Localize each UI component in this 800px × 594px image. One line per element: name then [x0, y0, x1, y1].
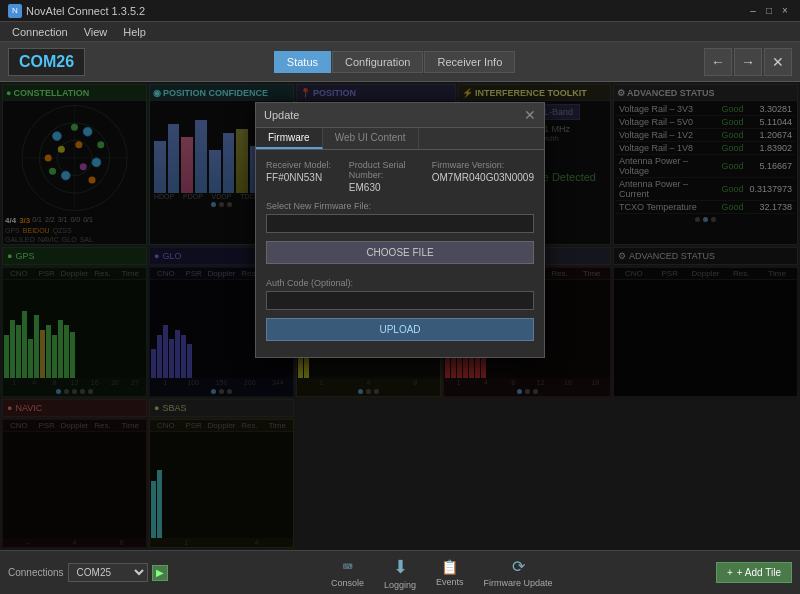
modal-title: Update	[264, 109, 299, 121]
modal-select-section: Select New Firmware File:	[266, 201, 534, 233]
toolbar: COM26 Status Configuration Receiver Info…	[0, 42, 800, 82]
title-bar-left: N NovAtel Connect 1.3.5.2	[8, 4, 145, 18]
modal-tabs: Firmware Web UI Content	[256, 128, 544, 150]
modal-tab-webui[interactable]: Web UI Content	[323, 128, 419, 149]
nav-forward-button[interactable]: →	[734, 48, 762, 76]
tab-receiver-info[interactable]: Receiver Info	[424, 51, 515, 73]
menu-help[interactable]: Help	[115, 24, 154, 40]
bottom-bar: Connections COM25 COM26 ▶ ⌨ Console ⬇ Lo…	[0, 550, 800, 594]
window-controls[interactable]: – □ ×	[746, 4, 792, 18]
modal-serial-label: Product Serial Number:	[349, 160, 424, 180]
connect-indicator[interactable]: ▶	[152, 565, 168, 581]
modal-receiver-model: Receiver Model: FF#0NN53N	[266, 160, 341, 193]
add-tile-plus-icon: +	[727, 567, 733, 578]
menu-connection[interactable]: Connection	[4, 24, 76, 40]
menu-view[interactable]: View	[76, 24, 116, 40]
modal-receiver-model-label: Receiver Model:	[266, 160, 341, 170]
modal-close-button[interactable]: ✕	[524, 107, 536, 123]
modal-serial-value: EM630	[349, 182, 424, 193]
modal-auth-input[interactable]	[266, 291, 534, 310]
tab-status[interactable]: Status	[274, 51, 331, 73]
events-label: Events	[436, 577, 464, 587]
events-icon: 📋	[441, 559, 458, 575]
com-select[interactable]: COM25 COM26	[68, 563, 148, 582]
modal-tab-firmware[interactable]: Firmware	[256, 128, 323, 149]
console-label: Console	[331, 578, 364, 588]
firmware-update-icon-item[interactable]: ⟳ Firmware Update	[484, 557, 553, 588]
console-icon-item[interactable]: ⌨ Console	[331, 557, 364, 588]
modal-overlay: Update ✕ Firmware Web UI Content Receive…	[0, 82, 800, 550]
modal-auth-section: Auth Code (Optional):	[266, 278, 534, 310]
modal-firmware-path-input[interactable]	[266, 214, 534, 233]
logging-label: Logging	[384, 580, 416, 590]
app-title: NovAtel Connect 1.3.5.2	[26, 5, 145, 17]
close-panel-button[interactable]: ✕	[764, 48, 792, 76]
connections-label: Connections	[8, 567, 64, 578]
console-icon: ⌨	[343, 557, 353, 576]
modal-auth-label: Auth Code (Optional):	[266, 278, 534, 288]
modal-fw-label: Firmware Version:	[432, 160, 534, 170]
com-port-label: COM26	[8, 48, 85, 76]
tab-configuration[interactable]: Configuration	[332, 51, 423, 73]
upload-button[interactable]: UPLOAD	[266, 318, 534, 341]
modal-select-label: Select New Firmware File:	[266, 201, 534, 211]
title-bar: N NovAtel Connect 1.3.5.2 – □ ×	[0, 0, 800, 22]
modal-choose-section: CHOOSE FILE	[266, 241, 534, 270]
firmware-update-icon: ⟳	[512, 557, 525, 576]
modal-receiver-model-value: FF#0NN53N	[266, 172, 341, 183]
logging-icon: ⬇	[393, 556, 408, 578]
modal-fw-value: OM7MR040G03N0009	[432, 172, 534, 183]
modal-body: Receiver Model: FF#0NN53N Product Serial…	[256, 150, 544, 357]
events-icon-item[interactable]: 📋 Events	[436, 559, 464, 587]
toolbar-right: ← → ✕	[704, 48, 792, 76]
modal-serial-number: Product Serial Number: EM630	[349, 160, 424, 193]
main-content: ● CONSTELLATION	[0, 82, 800, 550]
menu-bar: Connection View Help	[0, 22, 800, 42]
maximize-button[interactable]: □	[762, 4, 776, 18]
modal-info-row: Receiver Model: FF#0NN53N Product Serial…	[266, 160, 534, 193]
choose-file-button[interactable]: CHOOSE FILE	[266, 241, 534, 264]
app-icon: N	[8, 4, 22, 18]
bottom-icons: ⌨ Console ⬇ Logging 📋 Events ⟳ Firmware …	[331, 556, 553, 590]
bottom-left: Connections COM25 COM26 ▶	[8, 563, 168, 582]
toolbar-tabs: Status Configuration Receiver Info	[274, 51, 515, 73]
add-tile-button[interactable]: + + Add Tile	[716, 562, 792, 583]
update-modal: Update ✕ Firmware Web UI Content Receive…	[255, 102, 545, 358]
minimize-button[interactable]: –	[746, 4, 760, 18]
nav-back-button[interactable]: ←	[704, 48, 732, 76]
logging-icon-item[interactable]: ⬇ Logging	[384, 556, 416, 590]
close-button[interactable]: ×	[778, 4, 792, 18]
add-tile-label: + Add Tile	[737, 567, 781, 578]
modal-firmware-version: Firmware Version: OM7MR040G03N0009	[432, 160, 534, 193]
modal-title-bar: Update ✕	[256, 103, 544, 128]
firmware-update-label: Firmware Update	[484, 578, 553, 588]
